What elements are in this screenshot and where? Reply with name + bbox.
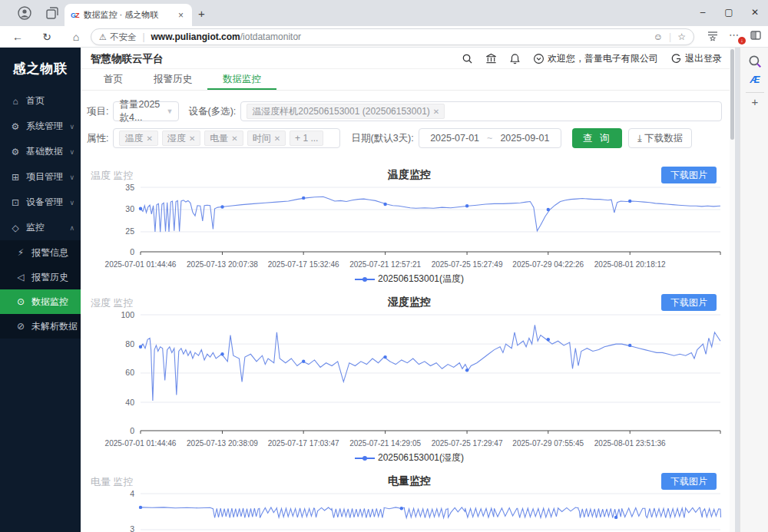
security-label: 不安全 — [110, 31, 137, 43]
collections-icon[interactable] — [707, 29, 719, 44]
remove-tag-icon[interactable]: ✕ — [146, 134, 152, 143]
rail-tool-icon[interactable]: Æ — [747, 74, 763, 89]
device-multiselect[interactable]: 温湿度样机202506153001 (202506153001)✕ — [240, 101, 722, 121]
legend-line-icon — [355, 454, 375, 462]
svg-text:25: 25 — [125, 226, 134, 236]
search-icon[interactable] — [462, 53, 473, 64]
sidebar-item-3[interactable]: ⊞项目管理∨ — [0, 164, 81, 190]
sidebar-item-label: 首页 — [26, 94, 45, 107]
sidebar-item-sub-3[interactable]: ⊘未解析数据 — [0, 314, 81, 339]
chart-panel-1: 湿度 监控湿度监控下载图片10080604002025-07-01 01:44:… — [81, 293, 730, 464]
filter-form: 项目: 普量2025款4...▼ 设备(多选): 温湿度样机2025061530… — [81, 91, 730, 158]
x-tick-label: 2025-07-13 20:07:38 — [187, 260, 258, 269]
welcome-user[interactable]: 欢迎您，普量电子有限公司 — [533, 52, 658, 65]
update-badge: ↓ — [738, 37, 746, 45]
logout-button[interactable]: 退出登录 — [670, 52, 722, 65]
remove-tag-icon[interactable]: ✕ — [231, 134, 237, 143]
window-maximize-button[interactable]: ▢ — [716, 0, 742, 25]
x-tick-label: 2025-07-29 07:55:45 — [512, 439, 584, 448]
chart-legend[interactable]: 202506153001(湿度) — [87, 451, 730, 464]
query-button[interactable]: 查 询 — [572, 128, 622, 148]
download-image-button[interactable]: 下载图片 — [661, 294, 717, 311]
svg-text:30: 30 — [125, 204, 134, 213]
attribute-more-tag[interactable]: + 1 ... — [290, 131, 323, 146]
profile-icon[interactable] — [17, 5, 32, 21]
sidebar-item-label: 数据监控 — [31, 296, 68, 309]
gear-icon: ⚙ — [10, 147, 21, 157]
sidebar-menu: ⌂首页⚙系统管理∨⚙基础数据∨⊞项目管理∨⊡设备管理∨◇监控∧⚡报警信息◁报警历… — [0, 88, 81, 339]
app-header: 智慧物联云平台 欢迎您 — [81, 48, 730, 69]
workspaces-icon[interactable] — [45, 5, 60, 21]
address-bar[interactable]: ⚠ 不安全 | www.puliangiot.com /iotdatamonit… — [91, 28, 694, 45]
sidebar-item-5[interactable]: ◇监控∧ — [0, 215, 81, 240]
sidebar-item-sub-2[interactable]: ⊙数据监控 — [0, 289, 81, 314]
tab-close-icon[interactable]: × — [176, 10, 186, 21]
browser-home-button[interactable]: ⌂ — [68, 28, 84, 45]
chart-canvas-1[interactable]: 1008060400 — [87, 312, 730, 439]
device-label: 设备(多选): — [188, 105, 236, 118]
x-tick-label: 2025-07-29 04:22:26 — [512, 260, 584, 269]
remove-tag-icon[interactable]: ✕ — [433, 107, 439, 116]
attribute-tag: 时间✕ — [247, 131, 286, 146]
back-button[interactable]: ← — [9, 28, 26, 45]
chevron-down-icon: ∨ — [69, 173, 74, 181]
x-axis-labels: 2025-07-01 01:44:462025-07-13 20:07:3820… — [87, 260, 730, 270]
chart-legend[interactable]: 202506153001(温度) — [87, 273, 730, 286]
download-image-button[interactable]: 下载图片 — [661, 473, 717, 490]
chevron-down-icon: ∨ — [69, 123, 74, 131]
remove-tag-icon[interactable]: ✕ — [189, 134, 195, 143]
date-range-picker[interactable]: 2025-07-01~2025-09-01 — [419, 128, 561, 148]
settings-more-icon[interactable]: ⋯↓ — [729, 29, 739, 41]
sidebar-item-1[interactable]: ⚙系统管理∨ — [0, 114, 81, 139]
feedback-icon[interactable]: ☺ — [654, 31, 663, 42]
sidebar-item-2[interactable]: ⚙基础数据∨ — [0, 139, 81, 164]
svg-text:0: 0 — [130, 247, 134, 256]
attribute-multiselect[interactable]: 温度✕湿度✕电量✕时间✕+ 1 ... — [113, 128, 340, 148]
notification-bell-icon[interactable] — [509, 53, 521, 64]
sidebar-item-label: 未解析数据 — [31, 320, 78, 333]
browser-tab[interactable]: GZ 数据监控 · 感之物联 × — [65, 4, 192, 26]
page-tab-bar: 首页报警历史数据监控 — [81, 69, 730, 91]
new-tab-button[interactable]: + — [198, 7, 205, 20]
download-data-button[interactable]: ⤓ 下载数据 — [628, 128, 692, 148]
tab-报警历史[interactable]: 报警历史 — [138, 69, 207, 90]
x-tick-label: 2025-07-25 15:27:49 — [432, 260, 503, 269]
rail-search-icon[interactable] — [747, 54, 763, 69]
refresh-button[interactable]: ↻ — [38, 28, 55, 45]
user-dropdown-icon — [533, 53, 545, 64]
rail-add-icon[interactable]: + — [747, 95, 763, 111]
page-scrollbar[interactable] — [730, 48, 735, 532]
attribute-label: 属性: — [87, 132, 108, 145]
chart-panel-0: 温度 监控温度监控下载图片35302502025-07-01 01:44:462… — [81, 166, 730, 286]
favorite-star-icon[interactable]: ☆ — [677, 31, 686, 42]
download-image-button[interactable]: 下载图片 — [661, 167, 717, 183]
sidebar-item-sub-0[interactable]: ⚡报警信息 — [0, 240, 81, 265]
scrollbar-thumb[interactable] — [730, 49, 734, 140]
url-host: www.puliangiot.com — [151, 31, 240, 42]
x-tick-label: 2025-07-17 15:32:46 — [268, 260, 339, 269]
organization-icon[interactable] — [485, 53, 497, 64]
edge-sidebar-rail: Æ + — [740, 48, 768, 532]
window-minimize-button[interactable]: – — [690, 0, 716, 25]
attribute-tag: 电量✕ — [204, 131, 243, 146]
chart-canvas-0[interactable]: 3530250 — [87, 184, 730, 260]
sidebar-item-4[interactable]: ⊡设备管理∨ — [0, 190, 81, 215]
split-screen-icon[interactable] — [750, 29, 762, 44]
tab-首页[interactable]: 首页 — [88, 69, 138, 90]
tab-title: 数据监控 · 感之物联 — [84, 9, 176, 21]
rail-divider — [746, 92, 764, 93]
browser-tabstrip: GZ 数据监控 · 感之物联 × + – ▢ ✕ — [0, 0, 768, 26]
window-close-button[interactable]: ✕ — [742, 0, 768, 25]
sidebar-item-0[interactable]: ⌂首页 — [0, 88, 81, 114]
legend-line-icon — [355, 276, 375, 283]
browser-toolbar: ← ↻ ⌂ ⚠ 不安全 | www.puliangiot.com /iotdat… — [0, 26, 768, 48]
x-tick-label: 2025-07-25 17:29:47 — [432, 439, 503, 448]
remove-tag-icon[interactable]: ✕ — [274, 134, 280, 143]
app-logo: 感之物联 — [0, 48, 81, 88]
sidebar-item-label: 设备管理 — [26, 196, 63, 209]
svg-text:4: 4 — [130, 491, 134, 498]
sidebar-item-sub-1[interactable]: ◁报警历史 — [0, 265, 81, 289]
chart-canvas-2[interactable]: 43 — [87, 491, 730, 532]
tab-数据监控[interactable]: 数据监控 — [207, 69, 276, 90]
project-select[interactable]: 普量2025款4...▼ — [113, 101, 179, 121]
